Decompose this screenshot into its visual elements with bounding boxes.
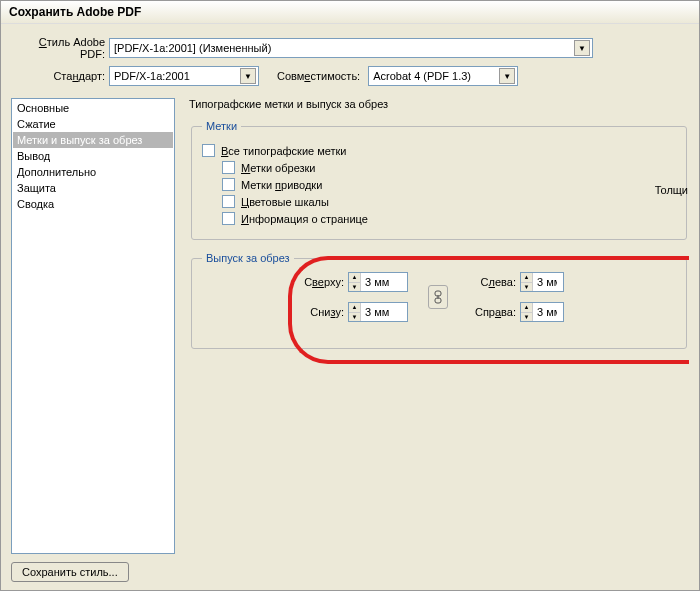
trim-marks-label: Метки обрезки [241,162,316,174]
chevron-down-icon[interactable]: ▼ [240,68,256,84]
bleed-right-spinner[interactable]: ▲▼ [520,302,564,322]
spinner-down-icon[interactable]: ▼ [521,313,532,322]
bleed-legend: Выпуск за обрез [202,252,294,264]
spinner-down-icon[interactable]: ▼ [521,283,532,292]
sidebar-item-compression[interactable]: Сжатие [13,116,173,132]
dialog-bottom: Сохранить стиль... [11,554,689,582]
save-style-button[interactable]: Сохранить стиль... [11,562,129,582]
bleed-bottom-spinner[interactable]: ▲▼ [348,302,408,322]
chevron-down-icon[interactable]: ▼ [574,40,590,56]
link-values-button[interactable] [428,285,448,309]
dialog-window: Сохранить Adobe PDF Стиль Adobe PDF: [PD… [0,0,700,591]
spinner-up-icon[interactable]: ▲ [349,303,360,313]
link-icon [434,290,442,304]
sidebar-item-summary[interactable]: Сводка [13,196,173,212]
dialog-content: Стиль Adobe PDF: [PDF/X-1a:2001] (Измене… [1,24,699,590]
pane-title: Типографские метки и выпуск за обрез [189,98,689,110]
color-bars-label: Цветовые шкалы [241,196,329,208]
bleed-bottom-input[interactable] [361,303,407,321]
compat-combo[interactable]: Acrobat 4 (PDF 1.3) ▼ [368,66,518,86]
style-combo[interactable]: [PDF/X-1a:2001] (Измененный) ▼ [109,38,593,58]
sidebar-item-marks-bleed[interactable]: Метки и выпуск за обрез [13,132,173,148]
bleed-right-label: Справа: [468,306,520,318]
sidebar-item-general[interactable]: Основные [13,100,173,116]
spinner-up-icon[interactable]: ▲ [521,303,532,313]
category-sidebar: Основные Сжатие Метки и выпуск за обрез … [11,98,175,554]
registration-marks-label: Метки приводки [241,179,322,191]
compat-value: Acrobat 4 (PDF 1.3) [373,70,495,82]
thickness-label: Толщи [655,184,688,196]
bleed-left-spinner[interactable]: ▲▼ [520,272,564,292]
compat-label: Совместимость: [277,70,364,82]
standard-combo[interactable]: PDF/X-1a:2001 ▼ [109,66,259,86]
all-marks-label: Все типографские метки [221,145,347,157]
page-info-label: Информация о странице [241,213,368,225]
chevron-down-icon[interactable]: ▼ [499,68,515,84]
settings-pane: Типографские метки и выпуск за обрез Мет… [175,98,689,554]
bleed-left-label: Слева: [468,276,520,288]
sidebar-item-security[interactable]: Защита [13,180,173,196]
checkbox-color-bars[interactable] [222,195,235,208]
sidebar-item-output[interactable]: Вывод [13,148,173,164]
marks-legend: Метки [202,120,241,132]
spinner-down-icon[interactable]: ▼ [349,283,360,292]
bleed-top-spinner[interactable]: ▲▼ [348,272,408,292]
standard-label: Стандарт: [11,70,109,82]
bleed-top-input[interactable] [361,273,407,291]
checkbox-page-info[interactable] [222,212,235,225]
style-label: Стиль Adobe PDF: [11,36,109,60]
sidebar-item-advanced[interactable]: Дополнительно [13,164,173,180]
marks-fieldset: Метки Все типографские метки Метки обрез… [191,120,687,240]
spinner-up-icon[interactable]: ▲ [521,273,532,283]
checkbox-registration-marks[interactable] [222,178,235,191]
spinner-down-icon[interactable]: ▼ [349,313,360,322]
spinner-up-icon[interactable]: ▲ [349,273,360,283]
bleed-right-input[interactable] [533,303,561,321]
window-title: Сохранить Adobe PDF [1,1,699,24]
bleed-bottom-label: Снизу: [298,306,348,318]
style-value: [PDF/X-1a:2001] (Измененный) [114,42,570,54]
standard-value: PDF/X-1a:2001 [114,70,236,82]
bleed-left-input[interactable] [533,273,561,291]
bleed-top-label: Сверху: [298,276,348,288]
checkbox-trim-marks[interactable] [222,161,235,174]
checkbox-all-marks[interactable] [202,144,215,157]
bleed-fieldset: Выпуск за обрез Сверху: ▲▼ С [191,252,687,349]
